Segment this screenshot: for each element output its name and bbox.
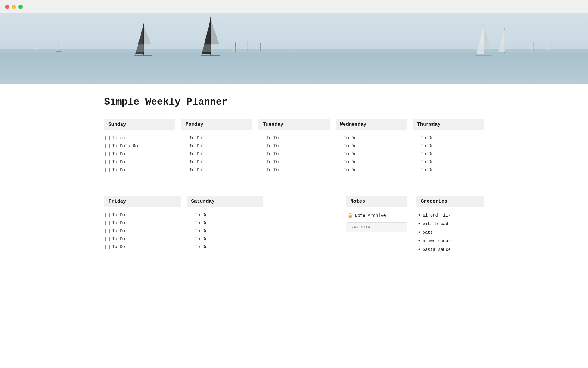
todo-label: To-Do [344, 144, 356, 148]
todo-checkbox[interactable] [188, 213, 192, 217]
notes-header: Notes [346, 196, 407, 207]
todo-label: To-Do [112, 244, 125, 249]
window-chrome [0, 0, 588, 13]
todo-checkbox[interactable] [105, 237, 110, 241]
todo-label: To-Do [189, 167, 202, 172]
todo-label: To-Do [266, 144, 279, 148]
todo-label: To-Do [344, 151, 356, 156]
todo-checkbox[interactable] [183, 152, 187, 156]
todo-checkbox[interactable] [260, 160, 264, 164]
day-column-sunday: SundayTo-doTo-DoTo-DoTo-DoTo-DoTo-Do [104, 119, 175, 174]
lock-icon: 🔒 [347, 213, 352, 218]
todo-checkbox[interactable] [105, 168, 110, 172]
todo-checkbox[interactable] [183, 168, 187, 172]
todo-label: To-Do [112, 167, 125, 172]
svg-marker-13 [211, 20, 219, 44]
todo-checkbox[interactable] [105, 160, 110, 164]
todo-checkbox[interactable] [105, 136, 110, 140]
day-header-saturday: Saturday [187, 196, 263, 207]
todo-item: To-Do [258, 166, 330, 174]
day-header-sunday: Sunday [104, 119, 175, 130]
todo-checkbox[interactable] [183, 160, 187, 164]
todo-checkbox[interactable] [105, 245, 110, 249]
todo-checkbox[interactable] [414, 136, 418, 140]
todo-item: To-do [104, 134, 175, 142]
todo-checkbox[interactable] [260, 144, 264, 148]
todo-checkbox[interactable] [183, 144, 187, 148]
todo-checkbox[interactable] [188, 229, 192, 233]
todo-checkbox[interactable] [414, 152, 418, 156]
todo-checkbox[interactable] [105, 229, 110, 233]
todo-label: To-Do [112, 236, 125, 241]
archive-label: Note Archive [355, 213, 386, 218]
todo-checkbox[interactable] [183, 136, 187, 140]
todo-label: To-Do [344, 159, 356, 164]
todo-label: To-Do [195, 244, 208, 249]
todo-checkbox[interactable] [260, 152, 264, 156]
todo-item: To-Do [104, 243, 181, 251]
svg-marker-29 [484, 27, 491, 47]
minimize-button[interactable] [12, 5, 16, 9]
todo-item: To-Do [181, 134, 252, 142]
todo-item: To-Do [413, 142, 484, 150]
todo-item: To-DoTo-Do [104, 142, 175, 150]
grocery-item: •almond milk [417, 211, 484, 220]
note-archive-item[interactable]: 🔒Note Archive [346, 211, 407, 220]
day-column-tuesday: TuesdayTo-DoTo-DoTo-DoTo-DoTo-Do [258, 119, 330, 174]
maximize-button[interactable] [18, 5, 23, 9]
todo-label: To-Do [266, 159, 279, 164]
todo-checkbox[interactable] [105, 144, 110, 148]
close-button[interactable] [5, 5, 9, 9]
todo-checkbox[interactable] [337, 168, 341, 172]
todo-checkbox[interactable] [337, 160, 341, 164]
todo-label: To-Do [421, 151, 434, 156]
todo-label: To-Do [112, 213, 125, 217]
todo-checkbox[interactable] [260, 136, 264, 140]
todo-checkbox[interactable] [337, 144, 341, 148]
todo-checkbox[interactable] [188, 245, 192, 249]
todo-item: To-Do [336, 150, 407, 158]
todo-item: To-Do [413, 158, 484, 166]
day-header-tuesday: Tuesday [258, 119, 330, 130]
section-divider [104, 186, 484, 186]
todo-checkbox[interactable] [105, 152, 110, 156]
day-column-friday: FridayTo-DoTo-DoTo-DoTo-DoTo-Do [104, 196, 181, 251]
todo-checkbox[interactable] [105, 221, 110, 225]
grocery-item: •pita bread [417, 220, 484, 228]
todo-checkbox[interactable] [337, 152, 341, 156]
todo-item: To-Do [187, 243, 263, 251]
bullet-icon: • [418, 230, 421, 235]
grocery-label: oats [423, 230, 433, 235]
svg-rect-0 [0, 50, 588, 84]
todo-item: To-Do [104, 158, 175, 166]
todo-label: To-Do [189, 136, 202, 140]
todo-item: To-Do [181, 158, 252, 166]
todo-item: To-Do [187, 227, 263, 235]
grocery-label: pita bread [423, 221, 448, 226]
todo-label: To-Do [112, 151, 125, 156]
todo-checkbox[interactable] [414, 168, 418, 172]
todo-label: To-Do [266, 167, 279, 172]
todo-checkbox[interactable] [188, 221, 192, 225]
todo-label: To-Do [421, 159, 434, 164]
todo-item: To-Do [104, 219, 181, 227]
todo-label: To-Do [266, 136, 279, 140]
todo-item: To-Do [413, 134, 484, 142]
bottom-row: FridayTo-DoTo-DoTo-DoTo-DoTo-DoSaturdayT… [104, 196, 484, 254]
todo-label: To-Do [266, 151, 279, 156]
day-header-thursday: Thursday [413, 119, 484, 130]
todo-checkbox[interactable] [260, 168, 264, 172]
todo-checkbox[interactable] [337, 136, 341, 140]
todo-checkbox[interactable] [414, 144, 418, 148]
sailboats-scene [0, 13, 588, 84]
todo-checkbox[interactable] [105, 213, 110, 217]
bullet-icon: • [418, 238, 421, 244]
todo-item: To-Do [336, 134, 407, 142]
day-header-monday: Monday [181, 119, 252, 130]
todo-checkbox[interactable] [414, 160, 418, 164]
todo-item: To-Do [181, 142, 252, 150]
todo-checkbox[interactable] [188, 237, 192, 241]
grocery-item: •oats [417, 228, 484, 237]
new-note-button[interactable]: New Note [346, 222, 407, 232]
todo-label: To-Do [344, 167, 356, 172]
